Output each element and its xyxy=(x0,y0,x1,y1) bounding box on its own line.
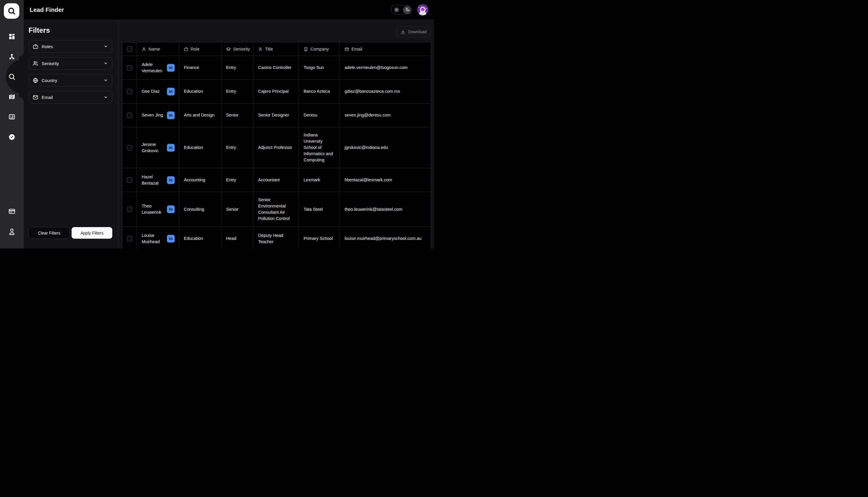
chevron-down-icon xyxy=(103,78,108,83)
sun-icon[interactable] xyxy=(394,7,399,13)
table-body: Adele VermeuleninFinanceEntryCasino Cont… xyxy=(122,56,431,248)
seniority-cell: Senior xyxy=(221,192,253,227)
filter-email[interactable]: Email xyxy=(29,91,112,103)
seniority-cell: Entry xyxy=(221,56,253,80)
newspaper-icon xyxy=(8,113,15,120)
search-icon xyxy=(7,6,16,15)
title-cell: Deputy Head Teacher xyxy=(253,227,298,248)
filter-country[interactable]: Country xyxy=(29,74,112,86)
column-header-name: Name xyxy=(137,43,179,56)
title-cell: Cajero Principal xyxy=(253,80,298,103)
email-cell: hbentazal@lexmark.com xyxy=(340,168,431,192)
title-cell: Adjunct Professor xyxy=(253,127,298,168)
map-icon xyxy=(8,93,15,100)
linkedin-icon[interactable]: in xyxy=(167,112,175,119)
linkedin-icon[interactable]: in xyxy=(167,205,175,213)
main-area: Lead Finder xyxy=(24,0,434,248)
leads-table: Name Role xyxy=(122,42,431,248)
title-cell: Senior Environmental Consultant Air Poll… xyxy=(253,192,298,227)
mail-icon xyxy=(33,95,38,100)
row-checkbox[interactable] xyxy=(127,207,132,212)
filter-seniority[interactable]: Seniority xyxy=(29,57,112,70)
download-icon xyxy=(400,29,406,34)
filter-label: Roles xyxy=(42,44,103,49)
role-cell: Education xyxy=(179,227,221,248)
sidebar-item-billing[interactable] xyxy=(8,208,15,215)
filter-actions: Clear Filters Apply Filters xyxy=(29,227,112,239)
row-checkbox[interactable] xyxy=(127,113,132,118)
name-cell: Jerome Grskovicin xyxy=(137,127,179,168)
row-checkbox[interactable] xyxy=(127,178,132,183)
email-cell: seven.jing@dentsu.com xyxy=(340,103,431,127)
sidebar-item-network[interactable] xyxy=(8,53,15,60)
company-cell: Primary School xyxy=(298,227,340,248)
user-icon xyxy=(8,228,16,236)
app-logo xyxy=(4,3,19,19)
clear-filters-button[interactable]: Clear Filters xyxy=(29,227,70,239)
sidebar-item-search[interactable] xyxy=(8,73,15,80)
table-row: Gee DiazinEducationEntryCajero Principal… xyxy=(122,80,431,103)
lead-finder-app: Lead Finder xyxy=(0,0,434,248)
sidebar-item-dashboard[interactable] xyxy=(8,33,15,40)
table-row: Hazel BentazalinAccountingEntryAccountan… xyxy=(122,168,431,192)
name-cell: Hazel Bentazalin xyxy=(137,168,179,192)
building-icon xyxy=(304,47,308,52)
row-checkbox[interactable] xyxy=(127,145,132,151)
select-all-checkbox[interactable] xyxy=(127,46,132,52)
column-header-company: Company xyxy=(298,43,340,56)
briefcase-icon xyxy=(184,47,188,52)
row-checkbox-cell xyxy=(122,168,137,192)
seniority-cell: Entry xyxy=(221,80,253,103)
filters-panel: Filters Roles xyxy=(24,20,119,248)
seniority-cell: Entry xyxy=(221,168,253,192)
download-button[interactable]: Download xyxy=(396,26,431,38)
column-header-seniority: Seniority xyxy=(221,43,253,56)
app-title: Lead Finder xyxy=(30,6,64,13)
filters-title: Filters xyxy=(29,26,112,34)
sidebar-item-map[interactable] xyxy=(8,93,15,100)
user-icon xyxy=(258,47,263,52)
leads-table-wrap: Name Role xyxy=(122,42,431,248)
astronaut-avatar xyxy=(417,4,428,15)
filter-label: Seniority xyxy=(42,61,103,66)
linkedin-icon[interactable]: in xyxy=(167,88,175,96)
title-cell: Senior Designer xyxy=(253,103,298,127)
seniority-cell: Entry xyxy=(221,127,253,168)
globe-icon xyxy=(33,77,38,83)
search-icon xyxy=(8,73,16,81)
row-checkbox[interactable] xyxy=(127,89,132,94)
company-cell: Banco Azteca xyxy=(298,80,340,103)
network-icon xyxy=(8,53,15,60)
row-checkbox[interactable] xyxy=(127,236,132,241)
sidebar-item-newspaper[interactable] xyxy=(8,113,15,120)
theme-toggle[interactable] xyxy=(391,5,412,15)
lead-name: Seven Jing xyxy=(142,112,167,118)
company-cell: Tata Steel xyxy=(298,192,340,227)
row-checkbox-cell xyxy=(122,192,137,227)
linkedin-icon[interactable]: in xyxy=(167,176,175,184)
user-avatar[interactable] xyxy=(417,4,428,15)
badge-check-icon xyxy=(8,133,15,141)
filter-label: Country xyxy=(42,78,103,83)
sidebar-item-account[interactable] xyxy=(8,228,15,235)
filter-roles[interactable]: Roles xyxy=(29,40,112,53)
company-cell: Dentsu xyxy=(298,103,340,127)
apply-filters-button[interactable]: Apply Filters xyxy=(72,227,112,239)
table-row: Theo LeuwerinkinConsultingSeniorSenior E… xyxy=(122,192,431,227)
linkedin-icon[interactable]: in xyxy=(167,144,175,152)
role-cell: Finance xyxy=(179,56,221,80)
lead-name: Jerome Grskovic xyxy=(142,142,167,154)
row-checkbox-cell xyxy=(122,127,137,168)
linkedin-icon[interactable]: in xyxy=(167,64,175,72)
chevron-down-icon xyxy=(103,95,108,100)
linkedin-icon[interactable]: in xyxy=(167,235,175,243)
table-toolbar: Download xyxy=(119,20,434,42)
filter-label: Email xyxy=(42,95,103,100)
lead-name: Gee Diaz xyxy=(142,88,167,95)
sidebar-nav-top xyxy=(0,33,24,141)
row-checkbox[interactable] xyxy=(127,65,132,70)
name-cell: Gee Diazin xyxy=(137,80,179,103)
company-cell: Tsogo Sun xyxy=(298,56,340,80)
sidebar-item-badge-check[interactable] xyxy=(8,133,15,141)
moon-icon[interactable] xyxy=(403,6,411,14)
